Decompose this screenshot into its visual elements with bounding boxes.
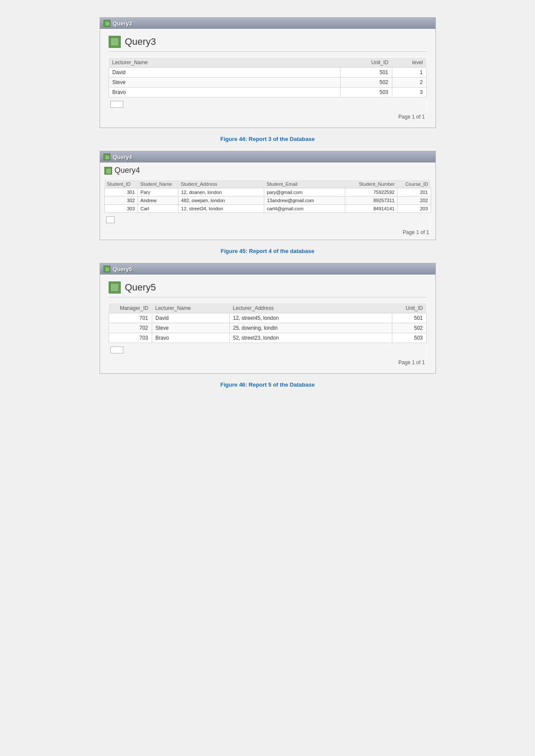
query3-header-icon	[109, 36, 121, 48]
figure46-caption: Figure 46: Report 5 of the Database	[220, 381, 315, 388]
q5-row2-name: Steve	[152, 323, 229, 333]
q5-col-managerid: Manager_ID	[109, 303, 152, 313]
table-row: 301 Pary 12, doanen, london pary@gmail.c…	[104, 188, 431, 197]
q5-row1-managerid: 701	[109, 313, 152, 323]
q4-row3-number: 84914141	[345, 205, 397, 213]
q4-row2-email: 13andrew@gmail.com	[264, 197, 345, 205]
q5-col-address: Lecturer_Address	[229, 303, 392, 313]
query3-table: Lecturer_Name Unit_ID level David 501 1 …	[109, 58, 427, 111]
q3-row1-level: 1	[392, 68, 426, 78]
query3-header: Query3	[109, 36, 427, 52]
query5-header: Query5	[109, 281, 427, 297]
new-row-input[interactable]	[110, 101, 123, 108]
q3-row3-unitid: 503	[340, 87, 392, 97]
q4-col-address: Student_Address	[178, 180, 264, 188]
query4-titlebar: Query4	[100, 151, 435, 162]
q4-row2-courseid: 202	[397, 197, 431, 205]
query5-window: Query5 Query5 Manager_ID Lecturer_Name L…	[100, 263, 436, 374]
q3-row3-lecturer: Bravo	[109, 87, 340, 97]
q5-col-unitid: Unit_ID	[392, 303, 426, 313]
q4-col-email: Student_Email	[264, 180, 345, 188]
q5-row1-address: 12, street45, london	[229, 313, 392, 323]
q4-row2-number: 89257311	[345, 197, 397, 205]
q4-row1-number: 75922592	[345, 188, 397, 197]
query4-titlebar-icon	[103, 153, 110, 160]
query4-title: Query4	[115, 166, 140, 175]
q5-row1-name: David	[152, 313, 229, 323]
query3-window-title: Query3	[113, 20, 132, 27]
table-row: 701 David 12, street45, london 501	[109, 313, 426, 323]
query3-page-indicator: Page 1 of 1	[109, 111, 427, 121]
query4-header-icon	[104, 167, 112, 175]
q4-row2-studentid: 302	[104, 197, 138, 205]
query4-window-title: Query4	[113, 154, 132, 160]
q4-col-studentname: Student_Name	[138, 180, 178, 188]
query4-page-indicator: Page 1 of 1	[104, 227, 431, 236]
query3-window: Query3 Query3 Lecturer_Name Unit_ID leve…	[100, 17, 436, 128]
q4-col-studentid: Student_ID	[104, 180, 138, 188]
q5-row3-managerid: 703	[109, 333, 152, 343]
query5-title: Query5	[125, 282, 156, 293]
q4-row3-studentid: 303	[104, 205, 138, 213]
q5-row2-address: 25, downing, londin	[229, 323, 392, 333]
q3-row1-unitid: 501	[340, 68, 392, 78]
new-row	[109, 97, 426, 112]
q4-row3-address: 12, street34, london	[178, 205, 264, 213]
q4-row1-studentid: 301	[104, 188, 138, 197]
q3-row2-unitid: 502	[340, 78, 392, 87]
q3-row2-lecturer: Steve	[109, 78, 340, 87]
query3-title: Query3	[125, 36, 156, 47]
q5-row3-address: 52, street23, london	[229, 333, 392, 343]
new-row	[109, 343, 426, 357]
table-row: 302 Andrew 482, owejam, london 13andrew@…	[104, 197, 431, 205]
query3-col-lecturer: Lecturer_Name	[109, 58, 340, 68]
query5-window-title: Query5	[113, 266, 132, 272]
query5-titlebar-icon	[103, 266, 110, 272]
query5-table: Manager_ID Lecturer_Name Lecturer_Addres…	[109, 303, 427, 357]
q5-row3-unitid: 503	[392, 333, 426, 343]
query4-header: Query4	[104, 166, 431, 177]
q4-row1-email: pary@gmail.com	[264, 188, 345, 197]
query4-body: Query4 Student_ID Student_Name Student_A…	[100, 162, 435, 240]
table-row: 702 Steve 25, downing, londin 502	[109, 323, 426, 333]
table-row: Steve 502 2	[109, 78, 426, 87]
q5-row3-name: Bravo	[152, 333, 229, 343]
query3-col-unitid: Unit_ID	[340, 58, 392, 68]
q4-row3-courseid: 203	[397, 205, 431, 213]
figure45-caption: Figure 45: Report 4 of the database	[221, 248, 314, 254]
q4-row1-name: Pary	[138, 188, 178, 197]
q3-row3-level: 3	[392, 87, 426, 97]
query5-header-icon	[109, 281, 121, 294]
table-row: David 501 1	[109, 68, 426, 78]
q3-row1-lecturer: David	[109, 68, 340, 78]
q5-col-lecturername: Lecturer_Name	[152, 303, 229, 313]
table-row: Bravo 503 3	[109, 87, 426, 97]
q4-col-number: Student_Number	[345, 180, 397, 188]
new-row-input[interactable]	[106, 216, 115, 223]
query3-titlebar: Query3	[100, 18, 435, 29]
query5-titlebar: Query5	[100, 263, 435, 275]
query4-window: Query4 Query4 Student_ID Student_Name St…	[100, 151, 436, 240]
table-row: 703 Bravo 52, street23, london 503	[109, 333, 426, 343]
q5-row1-unitid: 501	[392, 313, 426, 323]
table-row: 303 Carl 12, street34, london carl4@gmai…	[104, 205, 431, 213]
q4-row1-address: 12, doanen, london	[178, 188, 264, 197]
q5-row2-managerid: 702	[109, 323, 152, 333]
q5-row2-unitid: 502	[392, 323, 426, 333]
query3-body: Query3 Lecturer_Name Unit_ID level David…	[100, 29, 435, 128]
q3-row2-level: 2	[392, 78, 426, 87]
new-row-input[interactable]	[110, 347, 123, 353]
q4-row2-name: Andrew	[138, 197, 178, 205]
q4-row2-address: 482, owejam, london	[178, 197, 264, 205]
q4-col-courseid: Course_ID	[397, 180, 431, 188]
query5-page-indicator: Page 1 of 1	[109, 357, 427, 366]
q4-row3-name: Carl	[138, 205, 178, 213]
new-row	[104, 213, 431, 227]
q4-row3-email: carl4@gmail.com	[264, 205, 345, 213]
query5-body: Query5 Manager_ID Lecturer_Name Lecturer…	[100, 275, 435, 373]
figure44-caption: Figure 44: Report 3 of the Database	[220, 136, 315, 142]
query3-col-level: level	[392, 58, 426, 68]
q4-row1-courseid: 201	[397, 188, 431, 197]
query3-titlebar-icon	[103, 20, 110, 27]
query4-table: Student_ID Student_Name Student_Address …	[104, 180, 431, 227]
